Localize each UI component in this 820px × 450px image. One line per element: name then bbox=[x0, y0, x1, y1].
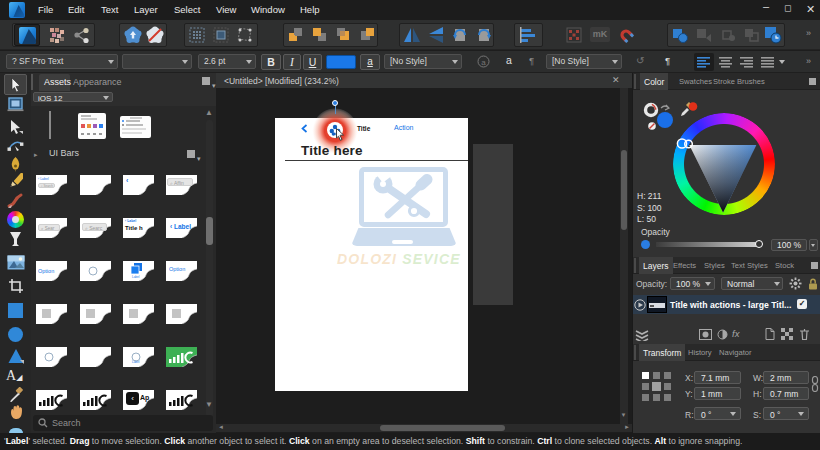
svg-text:a: a bbox=[481, 58, 486, 67]
